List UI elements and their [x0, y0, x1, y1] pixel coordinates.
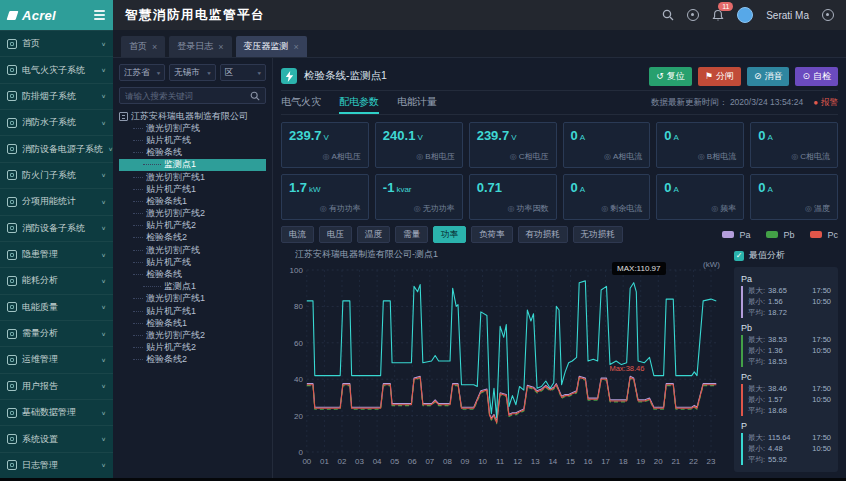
chart-filter-有功损耗[interactable]: 有功损耗	[518, 226, 568, 243]
chart-filter-温度[interactable]: 温度	[357, 226, 390, 243]
region-selects: 江苏省▾ 无锡市▾ 区▾	[119, 64, 266, 81]
search-icon[interactable]	[250, 91, 260, 101]
tree-node[interactable]: 激光切割产线1	[119, 293, 266, 305]
tree-node[interactable]: 检验条线	[119, 268, 266, 280]
tree-node[interactable]: 监测点1	[119, 281, 266, 293]
tree-node[interactable]: 激光切割产线2	[119, 329, 266, 341]
tab-变压器监测[interactable]: 变压器监测×	[236, 36, 307, 57]
chart-filter-负荷率[interactable]: 负荷率	[471, 226, 513, 243]
metric-card-温度: 0A◎温度	[750, 174, 838, 220]
chart-filter-功率[interactable]: 功率	[433, 226, 466, 243]
tree-node[interactable]: 贴片机产线	[119, 134, 266, 146]
page-title: 智慧消防用电监管平台	[125, 7, 265, 24]
sidebar-item-label: 分项用能统计	[22, 195, 76, 208]
help-icon[interactable]	[687, 9, 699, 21]
sidebar-item-electric-fire[interactable]: 电气火灾子系统∨	[0, 56, 113, 82]
tree-node[interactable]: 检验条线2	[119, 354, 266, 366]
chart-filter-无功损耗[interactable]: 无功损耗	[573, 226, 623, 243]
app-window: Acrel 首页∨电气火灾子系统∨防排烟子系统∨消防水子系统∨消防设备电源子系统…	[0, 0, 846, 481]
sidebar-item-power-quality[interactable]: 电能质量∨	[0, 294, 113, 320]
sidebar-item-log[interactable]: 日志管理∨	[0, 452, 113, 478]
metric-icon: ◎	[604, 152, 611, 161]
sidebar-item-base-data[interactable]: 基础数据管理∨	[0, 399, 113, 425]
复位-button[interactable]: ↺复位	[649, 67, 692, 86]
sidebar-item-home[interactable]: 首页∨	[0, 30, 113, 56]
tree-node[interactable]: 检验条线1	[119, 317, 266, 329]
sidebar-item-demand-analysis[interactable]: 需量分析∨	[0, 320, 113, 346]
chevron-down-icon: ∨	[101, 93, 106, 99]
chart-filter-电流[interactable]: 电流	[281, 226, 314, 243]
tree-node[interactable]: 监测点1	[119, 159, 266, 171]
settings-globe-icon[interactable]	[822, 9, 834, 21]
tree-root[interactable]: 江苏安科瑞电器制造有限公司	[119, 110, 266, 122]
report-icon	[7, 381, 17, 391]
tree-node[interactable]: 激光切割产线2	[119, 208, 266, 220]
brand-name: Acrel	[22, 8, 56, 23]
lightning-icon	[281, 68, 297, 84]
sidebar-item-fire-equipment[interactable]: 消防设备子系统∨	[0, 215, 113, 241]
tree-node[interactable]: 贴片机产线1	[119, 305, 266, 317]
close-icon[interactable]: ×	[218, 42, 223, 52]
tree-node[interactable]: 贴片机产线2	[119, 220, 266, 232]
chevron-down-icon: ∨	[101, 278, 106, 284]
tree-search	[119, 87, 266, 104]
sidebar-item-report[interactable]: 用户报告∨	[0, 373, 113, 399]
chart-filter-需量[interactable]: 需量	[395, 226, 428, 243]
max-analysis-toggle[interactable]: ✓ 最值分析	[734, 249, 838, 262]
sidebar-item-label: 消防水子系统	[22, 116, 76, 129]
tab-首页[interactable]: 首页×	[121, 36, 165, 57]
svg-text:21: 21	[671, 457, 680, 466]
search-input[interactable]	[125, 91, 246, 101]
notification-bell-icon[interactable]: 11	[712, 9, 724, 22]
param-tab-电气火灾[interactable]: 电气火灾	[281, 91, 321, 114]
tab-登录日志[interactable]: 登录日志×	[169, 36, 231, 57]
param-tab-电能计量[interactable]: 电能计量	[397, 91, 437, 114]
tree-node[interactable]: 贴片机产线	[119, 256, 266, 268]
search-icon[interactable]	[662, 9, 674, 21]
sidebar-item-fire-water[interactable]: 消防水子系统∨	[0, 109, 113, 135]
tree-guide	[133, 237, 143, 238]
metric-card-无功功率: -1kvar◎无功功率	[375, 174, 463, 220]
sidebar-item-fire-power[interactable]: 消防设备电源子系统∨	[0, 135, 113, 161]
sidebar-item-fire-door[interactable]: 防火门子系统∨	[0, 162, 113, 188]
chart-legend: PaPbPc	[722, 230, 838, 240]
param-tab-配电参数[interactable]: 配电参数	[339, 91, 379, 114]
button-icon: ↺	[656, 72, 664, 81]
sidebar-item-energy-stat[interactable]: 分项用能统计∨	[0, 188, 113, 214]
close-icon[interactable]: ×	[152, 42, 157, 52]
tree-node[interactable]: 检验条线1	[119, 195, 266, 207]
tree-node[interactable]: 贴片机产线1	[119, 183, 266, 195]
close-icon[interactable]: ×	[294, 42, 299, 52]
sidebar-item-energy-analysis[interactable]: 能耗分析∨	[0, 267, 113, 293]
menu-collapse-icon[interactable]	[94, 10, 105, 20]
分闸-button[interactable]: ⚑分闸	[698, 67, 741, 86]
notification-badge: 11	[718, 2, 733, 11]
sidebar-nav: 首页∨电气火灾子系统∨防排烟子系统∨消防水子系统∨消防设备电源子系统∨防火门子系…	[0, 30, 113, 478]
sidebar-item-hazard[interactable]: 隐患管理∨	[0, 241, 113, 267]
chart-filter-电压[interactable]: 电压	[319, 226, 352, 243]
avatar[interactable]	[737, 7, 753, 23]
tree-guide	[133, 250, 143, 251]
tree-node[interactable]: 激光切割产线1	[119, 171, 266, 183]
sidebar-item-settings[interactable]: 系统设置∨	[0, 425, 113, 451]
tree-node[interactable]: 检验条线2	[119, 232, 266, 244]
tree-node[interactable]: 激光切割产线	[119, 244, 266, 256]
tree-node[interactable]: 检验条线	[119, 147, 266, 159]
legend-item-Pb[interactable]: Pb	[766, 230, 794, 240]
metric-value: 1.7kW	[289, 180, 361, 195]
metric-icon: ◎	[791, 152, 798, 161]
province-select[interactable]: 江苏省▾	[119, 64, 165, 81]
消音-button[interactable]: ⊘消音	[747, 67, 790, 86]
city-select[interactable]: 无锡市▾	[169, 64, 215, 81]
district-select[interactable]: 区▾	[220, 64, 266, 81]
sidebar-item-smoke-exhaust[interactable]: 防排烟子系统∨	[0, 83, 113, 109]
tree-guide	[133, 347, 143, 348]
tree-node[interactable]: 激光切割产线	[119, 122, 266, 134]
tree-node[interactable]: 贴片机产线2	[119, 342, 266, 354]
checkbox-checked-icon[interactable]: ✓	[734, 251, 744, 261]
legend-item-Pa[interactable]: Pa	[722, 230, 750, 240]
sidebar-item-ops[interactable]: 运维管理∨	[0, 346, 113, 372]
legend-item-Pc[interactable]: Pc	[810, 230, 838, 240]
metric-value: 0A	[664, 180, 736, 195]
自检-button[interactable]: ⊙自检	[795, 67, 838, 86]
